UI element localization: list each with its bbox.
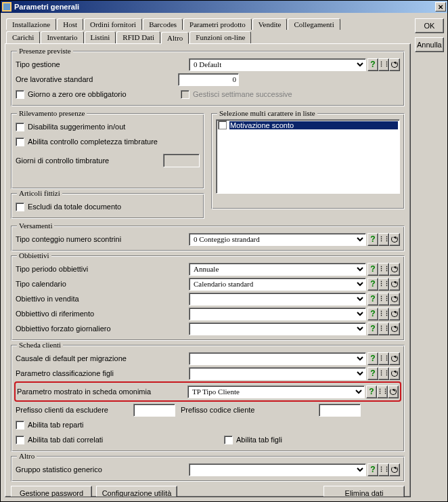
select-causale-default[interactable]	[189, 352, 366, 365]
close-button[interactable]: ✕	[435, 2, 446, 12]
button-elimina-dati[interactable]: Elimina dati	[323, 486, 405, 497]
tab-carichi[interactable]: Carichi	[6, 31, 40, 43]
refresh-button[interactable]	[389, 308, 400, 320]
checkbox-box	[16, 436, 24, 444]
help-button[interactable]: ?	[367, 58, 378, 71]
plusminus-icon: ⋮⋮	[377, 390, 388, 394]
stepper-button[interactable]: ⋮⋮	[378, 352, 389, 365]
select-tipo-calendario[interactable]: Calendario standard	[189, 278, 366, 291]
help-button[interactable]: ?	[367, 263, 378, 276]
plusminus-icon: ⋮⋮	[378, 312, 389, 316]
tab-installazione[interactable]: Installazione	[6, 18, 56, 30]
checkbox-completezza-timbrature[interactable]: Abilita controllo completezza timbrature	[16, 138, 158, 146]
tab-inventario[interactable]: Inventario	[41, 31, 83, 43]
label-tipo-conteggio: Tipo conteggio numero scontrini	[16, 235, 131, 243]
checkbox-box	[181, 90, 189, 99]
input-ore[interactable]	[178, 73, 239, 86]
select-obbiettivo-riferimento[interactable]	[189, 308, 366, 320]
checkbox-label: Abilita tab reparti	[28, 421, 84, 429]
select-parametro-omonimia[interactable]: TP Tipo Cliente	[187, 385, 365, 398]
tab-altro[interactable]: Altro	[161, 32, 189, 44]
input-prefisso-escludere[interactable]	[133, 404, 175, 417]
help-button[interactable]: ?	[366, 385, 377, 398]
help-button[interactable]: ?	[367, 367, 378, 380]
tab-ordini-fornitori[interactable]: Ordini fornitori	[84, 18, 142, 30]
help-button[interactable]: ?	[367, 293, 378, 306]
fieldset-presenze: Presenze previste Tipo gestione 0 Defaul…	[11, 51, 405, 106]
ok-button[interactable]: OK	[415, 18, 444, 33]
question-icon: ?	[370, 354, 375, 363]
refresh-button[interactable]	[389, 367, 400, 380]
stepper-button[interactable]: ⋮⋮	[378, 278, 389, 291]
help-button[interactable]: ?	[367, 278, 378, 291]
stepper-button[interactable]: ⋮⋮	[378, 322, 389, 335]
label-obbiettivo-forzato: Obbiettivo forzato giornaliero	[16, 325, 131, 333]
help-button[interactable]: ?	[367, 463, 378, 476]
svg-rect-1	[3, 3, 10, 10]
select-tipo-conteggio[interactable]: 0 Conteggio strandard	[189, 233, 366, 246]
checkbox-box	[218, 121, 227, 129]
cancel-button[interactable]: Annulla	[415, 37, 444, 52]
input-prefisso-codice[interactable]	[319, 404, 361, 417]
stepper-button[interactable]: ⋮⋮	[378, 308, 389, 320]
tab-parametri-prodotto[interactable]: Parametri prodotto	[183, 18, 252, 30]
tab-host[interactable]: Host	[57, 18, 83, 30]
checkbox-gestisci-settimane: Gestisci settimane successive	[181, 90, 400, 99]
button-gestione-password[interactable]: Gestione password	[11, 486, 92, 497]
refresh-button[interactable]	[389, 278, 400, 291]
checkbox-abilita-reparti[interactable]: Abilita tab reparti	[16, 421, 84, 430]
checkbox-giorno-zero[interactable]: Giorno a zero ore obbligatorio	[16, 90, 127, 99]
checkbox-box	[16, 90, 24, 99]
input-giorni-timbrature[interactable]	[163, 154, 200, 167]
refresh-icon	[390, 388, 397, 395]
checkbox-abilita-correlati[interactable]: Abilita tab dati correlati	[16, 436, 103, 444]
refresh-button[interactable]	[389, 293, 400, 306]
select-classificazione-figli[interactable]	[189, 367, 366, 380]
help-button[interactable]: ?	[367, 322, 378, 335]
tab-listini[interactable]: Listini	[85, 31, 116, 43]
help-button[interactable]: ?	[367, 233, 378, 246]
question-icon: ?	[370, 369, 375, 378]
tab-funzioni-online[interactable]: Funzioni on-line	[189, 31, 251, 43]
legend-scheda: Scheda clienti	[17, 341, 63, 349]
help-button[interactable]: ?	[367, 352, 378, 365]
stepper-button[interactable]: ⋮⋮	[378, 233, 389, 246]
legend-presenze: Presenze previste	[17, 47, 73, 55]
refresh-icon	[391, 295, 398, 302]
help-button[interactable]: ?	[367, 308, 378, 320]
listbox-selezione[interactable]: Motivazione sconto	[216, 119, 400, 194]
checkbox-label: Abilita tab dati correlati	[28, 436, 103, 444]
select-tipo-periodo[interactable]: Annuale	[189, 263, 366, 276]
checkbox-disabilita-suggerimento[interactable]: Disabilita suggerimento in/out	[16, 123, 125, 131]
refresh-button[interactable]	[389, 463, 400, 476]
refresh-button[interactable]	[389, 233, 400, 246]
tab-barcodes[interactable]: Barcodes	[143, 18, 183, 30]
plusminus-icon: ⋮⋮	[378, 297, 389, 301]
stepper-button[interactable]: ⋮⋮	[378, 293, 389, 306]
select-obiettivo-vendita[interactable]	[189, 293, 366, 306]
refresh-icon	[391, 355, 398, 362]
stepper-button[interactable]: ⋮⋮	[378, 263, 389, 276]
checkbox-abilita-figli[interactable]: Abilita tab figli	[224, 436, 400, 444]
label-causale-default: Causale di default per migrazione	[16, 354, 131, 362]
refresh-button[interactable]	[389, 263, 400, 276]
button-configurazione-utilita[interactable]: Configurazione utilità	[96, 486, 177, 497]
tab-vendite[interactable]: Vendite	[252, 18, 288, 30]
list-item[interactable]: Motivazione sconto	[217, 120, 399, 130]
refresh-button[interactable]	[389, 58, 400, 71]
stepper-button[interactable]: ⋮⋮	[377, 385, 388, 398]
refresh-button[interactable]	[388, 385, 399, 398]
checkbox-escludi-totale[interactable]: Escludi da totale documento	[16, 203, 121, 211]
stepper-button[interactable]: ⋮⋮	[378, 58, 389, 71]
refresh-button[interactable]	[389, 352, 400, 365]
checkbox-label: Escludi da totale documento	[28, 203, 121, 211]
refresh-button[interactable]	[389, 322, 400, 335]
tab-rfid-dati[interactable]: RFID Dati	[116, 31, 160, 43]
select-obbiettivo-forzato[interactable]	[189, 322, 366, 335]
stepper-button[interactable]: ⋮⋮	[378, 463, 389, 476]
checkbox-box	[16, 138, 24, 146]
select-gruppo-statistico[interactable]	[189, 463, 366, 476]
select-tipo-gestione[interactable]: 0 Default	[189, 58, 366, 71]
stepper-button[interactable]: ⋮⋮	[378, 367, 389, 380]
tab-collegamenti[interactable]: Collegamenti	[288, 18, 340, 30]
